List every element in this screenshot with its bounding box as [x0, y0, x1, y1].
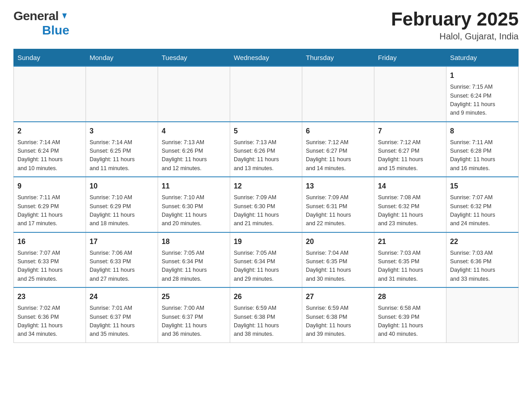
day-info: Sunrise: 7:05 AMSunset: 6:34 PMDaylight:…	[234, 249, 298, 284]
calendar-cell: 16Sunrise: 7:07 AMSunset: 6:33 PMDayligh…	[14, 232, 86, 288]
calendar-cell: 1Sunrise: 7:15 AMSunset: 6:24 PMDaylight…	[446, 66, 519, 122]
calendar-cell: 3Sunrise: 7:14 AMSunset: 6:25 PMDaylight…	[86, 122, 158, 177]
calendar-cell	[230, 66, 302, 122]
day-info: Sunrise: 7:11 AMSunset: 6:28 PMDaylight:…	[450, 138, 515, 173]
day-number: 7	[378, 126, 442, 137]
logo-general-text: General	[13, 9, 59, 23]
day-number: 12	[234, 181, 298, 192]
day-number: 17	[90, 236, 154, 247]
calendar-cell	[86, 66, 158, 122]
calendar-cell: 14Sunrise: 7:08 AMSunset: 6:32 PMDayligh…	[374, 177, 446, 232]
day-info: Sunrise: 7:08 AMSunset: 6:32 PMDaylight:…	[378, 193, 442, 228]
day-number: 6	[306, 126, 370, 137]
day-info: Sunrise: 7:14 AMSunset: 6:25 PMDaylight:…	[90, 138, 154, 173]
calendar-cell: 7Sunrise: 7:12 AMSunset: 6:27 PMDaylight…	[374, 122, 446, 177]
day-number: 22	[450, 236, 515, 247]
day-number: 15	[450, 181, 515, 192]
week-row-4: 16Sunrise: 7:07 AMSunset: 6:33 PMDayligh…	[14, 232, 519, 288]
calendar-cell: 21Sunrise: 7:03 AMSunset: 6:35 PMDayligh…	[374, 232, 446, 288]
calendar-cell: 15Sunrise: 7:07 AMSunset: 6:32 PMDayligh…	[446, 177, 519, 232]
page-header: General Blue February 2025 Halol, Gujara…	[13, 9, 519, 42]
day-number: 25	[162, 291, 226, 302]
calendar-table: SundayMondayTuesdayWednesdayThursdayFrid…	[13, 49, 519, 343]
day-number: 11	[162, 181, 226, 192]
day-info: Sunrise: 7:05 AMSunset: 6:34 PMDaylight:…	[162, 249, 226, 284]
day-number: 28	[378, 291, 442, 302]
day-number: 16	[17, 236, 82, 247]
month-title: February 2025	[391, 9, 519, 30]
day-info: Sunrise: 7:02 AMSunset: 6:36 PMDaylight:…	[17, 304, 82, 339]
day-number: 23	[17, 291, 82, 302]
day-number: 21	[378, 236, 442, 247]
calendar-cell: 11Sunrise: 7:10 AMSunset: 6:30 PMDayligh…	[158, 177, 230, 232]
day-info: Sunrise: 6:59 AMSunset: 6:38 PMDaylight:…	[306, 304, 370, 339]
day-number: 9	[17, 181, 82, 192]
day-info: Sunrise: 7:04 AMSunset: 6:35 PMDaylight:…	[306, 249, 370, 284]
day-info: Sunrise: 7:01 AMSunset: 6:37 PMDaylight:…	[90, 304, 154, 339]
col-header-monday: Monday	[86, 49, 158, 67]
day-info: Sunrise: 7:12 AMSunset: 6:27 PMDaylight:…	[306, 138, 370, 173]
day-number: 19	[234, 236, 298, 247]
day-number: 18	[162, 236, 226, 247]
day-info: Sunrise: 7:07 AMSunset: 6:33 PMDaylight:…	[17, 249, 82, 284]
calendar-cell: 22Sunrise: 7:03 AMSunset: 6:36 PMDayligh…	[446, 232, 519, 288]
col-header-friday: Friday	[374, 49, 446, 67]
calendar-cell: 19Sunrise: 7:05 AMSunset: 6:34 PMDayligh…	[230, 232, 302, 288]
day-info: Sunrise: 7:07 AMSunset: 6:32 PMDaylight:…	[450, 193, 515, 228]
logo-arrow-icon	[60, 12, 69, 21]
calendar-cell: 24Sunrise: 7:01 AMSunset: 6:37 PMDayligh…	[86, 287, 158, 342]
day-info: Sunrise: 6:59 AMSunset: 6:38 PMDaylight:…	[234, 304, 298, 339]
calendar-cell	[302, 66, 374, 122]
calendar-cell: 10Sunrise: 7:10 AMSunset: 6:29 PMDayligh…	[86, 177, 158, 232]
calendar-cell: 2Sunrise: 7:14 AMSunset: 6:24 PMDaylight…	[14, 122, 86, 177]
day-number: 13	[306, 181, 370, 192]
day-number: 14	[378, 181, 442, 192]
calendar-cell: 17Sunrise: 7:06 AMSunset: 6:33 PMDayligh…	[86, 232, 158, 288]
week-row-1: 1Sunrise: 7:15 AMSunset: 6:24 PMDaylight…	[14, 66, 519, 122]
calendar-cell	[374, 66, 446, 122]
day-info: Sunrise: 7:10 AMSunset: 6:30 PMDaylight:…	[162, 193, 226, 228]
day-info: Sunrise: 6:58 AMSunset: 6:39 PMDaylight:…	[378, 304, 442, 339]
day-number: 3	[90, 126, 154, 137]
col-header-saturday: Saturday	[446, 49, 519, 67]
calendar-cell: 13Sunrise: 7:09 AMSunset: 6:31 PMDayligh…	[302, 177, 374, 232]
calendar-cell	[14, 66, 86, 122]
day-info: Sunrise: 7:11 AMSunset: 6:29 PMDaylight:…	[17, 193, 82, 228]
day-number: 2	[17, 126, 82, 137]
calendar-header-row: SundayMondayTuesdayWednesdayThursdayFrid…	[14, 49, 519, 67]
calendar-cell: 25Sunrise: 7:00 AMSunset: 6:37 PMDayligh…	[158, 287, 230, 342]
day-info: Sunrise: 7:03 AMSunset: 6:35 PMDaylight:…	[378, 249, 442, 284]
day-info: Sunrise: 7:15 AMSunset: 6:24 PMDaylight:…	[450, 83, 515, 118]
day-number: 26	[234, 291, 298, 302]
day-number: 10	[90, 181, 154, 192]
calendar-cell: 28Sunrise: 6:58 AMSunset: 6:39 PMDayligh…	[374, 287, 446, 342]
day-number: 20	[306, 236, 370, 247]
day-info: Sunrise: 7:06 AMSunset: 6:33 PMDaylight:…	[90, 249, 154, 284]
day-number: 4	[162, 126, 226, 137]
col-header-sunday: Sunday	[14, 49, 86, 67]
day-number: 1	[450, 70, 515, 81]
day-info: Sunrise: 7:00 AMSunset: 6:37 PMDaylight:…	[162, 304, 226, 339]
calendar-cell: 9Sunrise: 7:11 AMSunset: 6:29 PMDaylight…	[14, 177, 86, 232]
svg-marker-0	[62, 13, 67, 19]
day-number: 24	[90, 291, 154, 302]
calendar-cell: 27Sunrise: 6:59 AMSunset: 6:38 PMDayligh…	[302, 287, 374, 342]
calendar-cell: 23Sunrise: 7:02 AMSunset: 6:36 PMDayligh…	[14, 287, 86, 342]
calendar-cell: 6Sunrise: 7:12 AMSunset: 6:27 PMDaylight…	[302, 122, 374, 177]
week-row-5: 23Sunrise: 7:02 AMSunset: 6:36 PMDayligh…	[14, 287, 519, 342]
day-info: Sunrise: 7:13 AMSunset: 6:26 PMDaylight:…	[162, 138, 226, 173]
logo: General Blue	[13, 9, 69, 38]
week-row-3: 9Sunrise: 7:11 AMSunset: 6:29 PMDaylight…	[14, 177, 519, 232]
day-number: 27	[306, 291, 370, 302]
day-info: Sunrise: 7:12 AMSunset: 6:27 PMDaylight:…	[378, 138, 442, 173]
calendar-cell: 12Sunrise: 7:09 AMSunset: 6:30 PMDayligh…	[230, 177, 302, 232]
calendar-cell	[446, 287, 519, 342]
logo-blue-text: Blue	[42, 23, 69, 38]
day-info: Sunrise: 7:03 AMSunset: 6:36 PMDaylight:…	[450, 249, 515, 284]
calendar-cell	[158, 66, 230, 122]
calendar-cell: 26Sunrise: 6:59 AMSunset: 6:38 PMDayligh…	[230, 287, 302, 342]
calendar-cell: 8Sunrise: 7:11 AMSunset: 6:28 PMDaylight…	[446, 122, 519, 177]
day-info: Sunrise: 7:09 AMSunset: 6:30 PMDaylight:…	[234, 193, 298, 228]
calendar-cell: 20Sunrise: 7:04 AMSunset: 6:35 PMDayligh…	[302, 232, 374, 288]
location-text: Halol, Gujarat, India	[391, 31, 519, 42]
